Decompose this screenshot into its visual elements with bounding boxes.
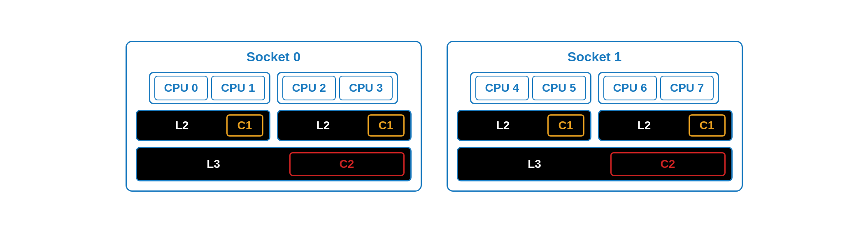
l2-0-label: L2: [143, 119, 221, 132]
l2-row-0: L2 C1 L2 C1: [136, 110, 412, 141]
socket-1-title: Socket 1: [457, 49, 733, 65]
c1-2: C1: [547, 114, 584, 137]
l3-0-label: L3: [143, 158, 284, 171]
main-container: Socket 0 CPU 0 CPU 1 CPU 2 CPU 3 L2 C1 L…: [117, 32, 751, 200]
cpu-0: CPU 0: [154, 76, 208, 100]
cpu-6: CPU 6: [603, 76, 657, 100]
cpu-row-1: CPU 4 CPU 5 CPU 6 CPU 7: [457, 72, 733, 104]
c1-1: C1: [368, 114, 405, 137]
c1-0: C1: [226, 114, 263, 137]
cpu-7: CPU 7: [660, 76, 714, 100]
cpu-row-0: CPU 0 CPU 1 CPU 2 CPU 3: [136, 72, 412, 104]
l3-1-label: L3: [464, 158, 605, 171]
l2-group-3: L2 C1: [598, 110, 733, 141]
cpu-3: CPU 3: [339, 76, 393, 100]
cpu-5: CPU 5: [532, 76, 586, 100]
l2-3-label: L2: [605, 119, 684, 132]
cpu-group-2: CPU 4 CPU 5: [470, 72, 591, 104]
l2-row-1: L2 C1 L2 C1: [457, 110, 733, 141]
l2-group-2: L2 C1: [457, 110, 591, 141]
cpu-2: CPU 2: [282, 76, 336, 100]
c2-1: C2: [610, 152, 726, 176]
l2-1-label: L2: [284, 119, 363, 132]
cpu-1: CPU 1: [211, 76, 265, 100]
socket-0-box: Socket 0 CPU 0 CPU 1 CPU 2 CPU 3 L2 C1 L…: [126, 41, 422, 192]
cpu-4: CPU 4: [475, 76, 529, 100]
c2-0: C2: [289, 152, 405, 176]
cpu-group-0: CPU 0 CPU 1: [149, 72, 270, 104]
l3-row-0: L3 C2: [136, 147, 412, 181]
c1-3: C1: [689, 114, 726, 137]
cpu-group-1: CPU 2 CPU 3: [277, 72, 398, 104]
l2-2-label: L2: [464, 119, 542, 132]
cpu-group-3: CPU 6 CPU 7: [598, 72, 719, 104]
l3-row-1: L3 C2: [457, 147, 733, 181]
l2-group-0: L2 C1: [136, 110, 270, 141]
socket-1-box: Socket 1 CPU 4 CPU 5 CPU 6 CPU 7 L2 C1 L…: [447, 41, 743, 192]
socket-0-title: Socket 0: [136, 49, 412, 65]
l2-group-1: L2 C1: [277, 110, 412, 141]
